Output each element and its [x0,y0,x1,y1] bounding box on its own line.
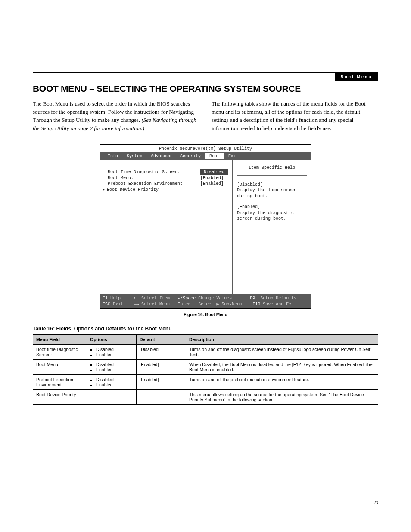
bios-row-value-selected[interactable]: [Disabled] [200,169,228,175]
cell-default: [Disabled] [137,345,186,360]
bios-footer-line2: ESC Exit ←→ Select Menu Enter Select ▶ S… [103,302,308,308]
th-description: Description [186,335,378,345]
bios-tab-advanced[interactable]: Advanced [146,153,176,159]
cell-desc: When Disabled, the Boot Menu is disabled… [186,360,378,375]
bios-help-title: Item Specific Help [237,165,307,176]
cell-default: [Enabled] [137,375,186,390]
bios-row-priority[interactable]: ▶ Boot Device Priority [108,187,228,193]
bios-row-label: Boot Menu: [108,175,200,181]
bios-tab-exit[interactable]: Exit [224,153,243,159]
table-header-row: Menu Field Options Default Description [33,335,378,345]
cell-field: Boot-time Diagnostic Screen: [33,345,87,360]
page: Boot Menu BOOT MENU – SELECTING THE OPER… [0,0,411,532]
header-tag: Boot Menu [335,73,379,81]
cell-options: DisabledEnabled [87,375,137,390]
bios-tabs: Info System Advanced Security Boot Exit [100,152,311,160]
help-line: Display the diagnostic screen during boo… [237,210,307,222]
bios-row-value[interactable]: [Enabled] [200,181,224,187]
table-row: Boot Device Priority — — This menu allow… [33,390,378,405]
cell-options: DisabledEnabled [87,345,137,360]
cell-default: [Enabled] [137,360,186,375]
table-row: Boot Menu: DisabledEnabled [Enabled] Whe… [33,360,378,375]
bios-row-bootmenu[interactable]: Boot Menu: [Enabled] [108,175,228,181]
bios-help-panel: Item Specific Help [Disabled] Display th… [233,160,311,294]
bios-footer-line1: F1 Help ↑↓ Select Item -/Space Change Va… [103,296,308,302]
cell-desc: Turns on and off the preboot execution e… [186,375,378,390]
cell-options: DisabledEnabled [87,360,137,375]
intro-left: The Boot Menu is used to select the orde… [33,100,199,132]
bios-row-pxe[interactable]: Preboot Execution Environment: [Enabled] [108,181,228,187]
bios-row-label: Boot Time Diagnostic Screen: [108,169,200,175]
chevron-right-icon: ▶ [103,187,105,193]
page-title: BOOT MENU – SELECTING THE OPERATING SYST… [33,84,378,94]
help-line: [Enabled] [237,204,307,210]
help-line: Display the logo screen during boot. [237,187,307,199]
bios-row-label: Preboot Execution Environment: [108,181,200,187]
table-row: Boot-time Diagnostic Screen: DisabledEna… [33,345,378,360]
bios-tab-info[interactable]: Info [103,153,122,159]
figure-caption: Figure 16. Boot Menu [33,312,378,317]
options-table: Menu Field Options Default Description B… [33,334,378,405]
cell-field: Boot Device Priority [33,390,87,405]
table-row: Preboot Execution Environment: DisabledE… [33,375,378,390]
bios-tab-system[interactable]: System [122,153,146,159]
cell-default: — [137,390,186,405]
bios-submenu-label: Boot Device Priority [107,187,159,193]
intro-right: The following tables show the names of t… [212,100,378,132]
bios-row-value[interactable]: [Enabled] [200,175,224,181]
bios-settings-panel: Boot Time Diagnostic Screen: [Disabled] … [100,160,233,294]
bios-row-diagnostic[interactable]: Boot Time Diagnostic Screen: [Disabled] [108,169,228,175]
bios-help-text: [Disabled] Display the logo screen durin… [237,182,307,222]
cell-desc: Turns on and off the diagnostic screen i… [186,345,378,360]
bios-title: Phoenix SecureCore(tm) Setup Utility [100,145,311,152]
header-rule: Boot Menu [33,72,378,73]
table-title: Table 16: Fields, Options and Defaults f… [33,326,378,332]
bios-tab-security[interactable]: Security [176,153,205,159]
bios-screenshot: Phoenix SecureCore(tm) Setup Utility Inf… [100,144,311,309]
cell-desc: This menu allows setting up the source f… [186,390,378,405]
th-options: Options [87,335,137,345]
intro-columns: The Boot Menu is used to select the orde… [33,100,378,132]
help-line: [Disabled] [237,182,307,188]
cell-options: — [87,390,137,405]
page-number: 23 [373,500,378,506]
bios-footer: F1 Help ↑↓ Select Item -/Space Change Va… [100,294,311,308]
th-default: Default [137,335,186,345]
bios-tab-boot[interactable]: Boot [205,153,224,159]
bios-body: Boot Time Diagnostic Screen: [Disabled] … [100,160,311,294]
cell-field: Preboot Execution Environment: [33,375,87,390]
cell-field: Boot Menu: [33,360,87,375]
th-menu-field: Menu Field [33,335,87,345]
